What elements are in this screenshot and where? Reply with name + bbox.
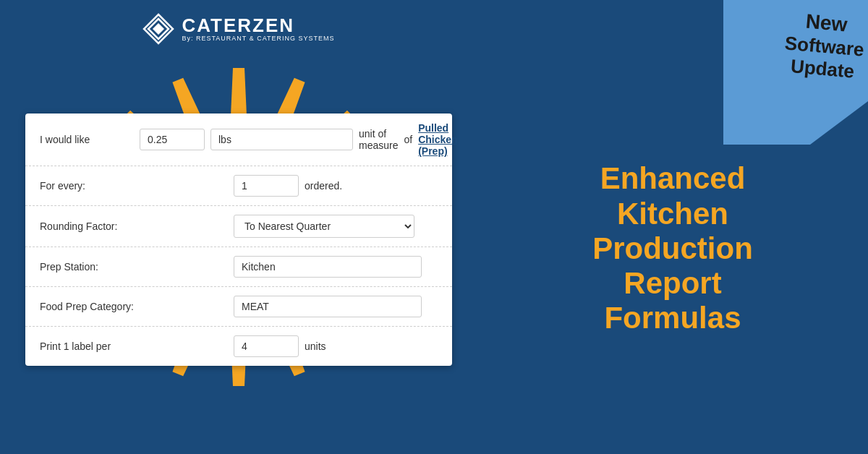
- headline-line1: Enhanced: [592, 161, 753, 196]
- for-every-input[interactable]: [234, 175, 299, 197]
- label-food-prep-category: Food Prep Category:: [40, 301, 134, 312]
- form-row-2: For every: ordered.: [25, 166, 452, 206]
- headline-text: Enhanced Kitchen Production Report Formu…: [592, 161, 753, 335]
- logo-subtitle: By: RESTAURANT & CATERING SYSTEMS: [182, 35, 334, 43]
- unit-of-measure-label: unit of measure: [359, 128, 398, 151]
- right-section: New Software Update Enhanced Kitchen Pro…: [477, 0, 868, 454]
- food-prep-category-input[interactable]: [234, 296, 422, 317]
- form-row-4: Prep Station:: [25, 247, 452, 287]
- rounding-factor-select[interactable]: To Nearest Quarter To Nearest Half To Ne…: [234, 215, 414, 238]
- label-print-label: Print 1 label per: [40, 340, 134, 352]
- label-per-input[interactable]: [234, 335, 299, 357]
- svg-marker-2: [153, 23, 164, 35]
- label-for-every: For every:: [40, 180, 134, 192]
- form-card: I would like unit of measure of Pulled C…: [25, 113, 452, 366]
- main-container: CATERZEN By: RESTAURANT & CATERING SYSTE…: [0, 0, 868, 454]
- form-row-3: Rounding Factor: To Nearest Quarter To N…: [25, 206, 452, 247]
- prep-station-input[interactable]: [234, 256, 422, 278]
- headline-line2: Kitchen: [592, 197, 753, 231]
- quantity-input[interactable]: [140, 129, 205, 150]
- label-prep-station: Prep Station:: [40, 261, 134, 273]
- logo-container: CATERZEN By: RESTAURANT & CATERING SYSTE…: [142, 13, 334, 45]
- left-section: CATERZEN By: RESTAURANT & CATERING SYSTE…: [0, 0, 477, 454]
- form-row-6: Print 1 label per units: [25, 327, 452, 366]
- ordered-label: ordered.: [305, 180, 342, 192]
- label-rounding-factor: Rounding Factor:: [40, 220, 134, 232]
- header: CATERZEN By: RESTAURANT & CATERING SYSTE…: [0, 0, 477, 52]
- headline-line5: Formulas: [592, 301, 753, 335]
- label-i-would-like: I would like: [40, 134, 134, 145]
- of-label: of: [404, 134, 412, 145]
- badge-text: New Software Update: [782, 7, 867, 83]
- logo-icon: [142, 13, 174, 45]
- unit-input[interactable]: [210, 129, 353, 150]
- headline-line4: Report: [592, 266, 753, 301]
- logo-text-container: CATERZEN By: RESTAURANT & CATERING SYSTE…: [182, 16, 334, 43]
- logo-title: CATERZEN: [182, 16, 334, 35]
- units-label: units: [305, 340, 326, 352]
- form-row-5: Food Prep Category:: [25, 287, 452, 327]
- item-name-link[interactable]: Pulled Chicken (Prep): [418, 122, 457, 157]
- headline-line3: Production: [592, 231, 753, 266]
- form-row-1: I would like unit of measure of Pulled C…: [25, 113, 452, 166]
